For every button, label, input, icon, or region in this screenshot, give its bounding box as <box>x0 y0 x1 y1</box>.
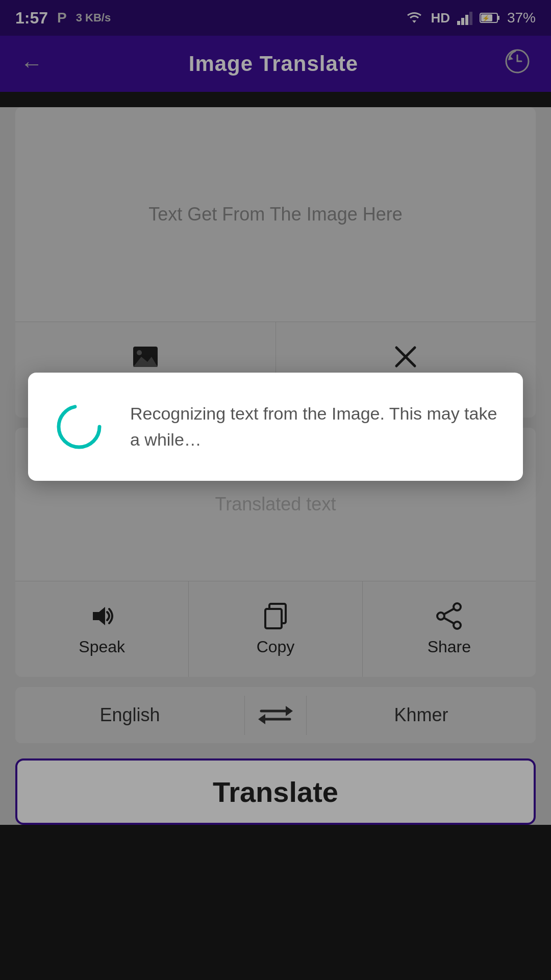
loading-dialog: Recognizing text from the Image. This ma… <box>28 373 523 481</box>
svg-point-28 <box>59 406 99 447</box>
loading-spinner <box>54 401 105 452</box>
overlay <box>0 0 551 980</box>
loading-message: Recognizing text from the Image. This ma… <box>130 401 497 453</box>
